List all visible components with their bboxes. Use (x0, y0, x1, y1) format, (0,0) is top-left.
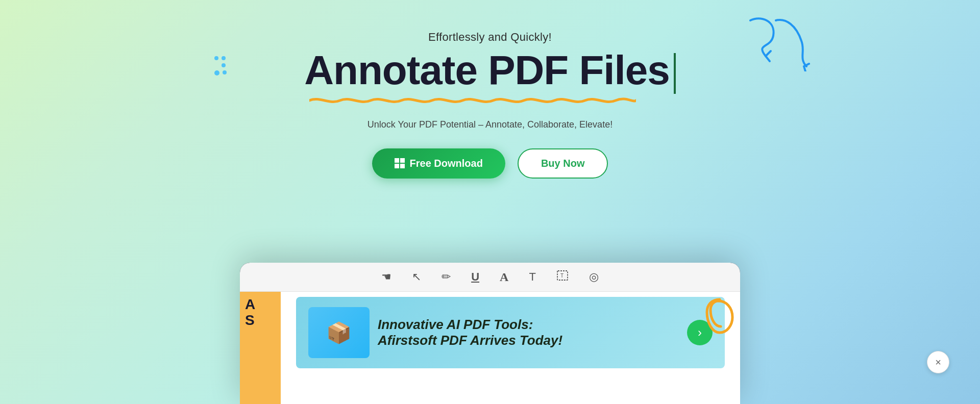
text-tool-icon[interactable]: T (529, 270, 535, 284)
banner-text: Innovative AI PDF Tools: Afirstsoft PDF … (378, 317, 562, 348)
cursor-tool-icon[interactable]: ↖ (412, 270, 421, 284)
title-wrapper: Annotate PDF Files (304, 48, 675, 105)
circle-tool-icon[interactable]: ◎ (589, 270, 599, 284)
arrow-decoration (740, 15, 812, 73)
banner-image: 📦 (308, 307, 370, 358)
sidebar-letter-s: S (245, 313, 276, 329)
banner-title-line1: Innovative AI PDF Tools: (378, 317, 533, 332)
svg-rect-1 (400, 158, 405, 163)
svg-rect-0 (395, 158, 399, 163)
sidebar-strip: A S (240, 292, 281, 404)
cursor-line (674, 53, 676, 94)
svg-rect-3 (400, 164, 405, 168)
underline-tool-icon[interactable]: U (471, 270, 479, 284)
paperclip-decoration (704, 297, 735, 340)
buy-now-button[interactable]: Buy Now (518, 148, 608, 179)
free-download-button[interactable]: Free Download (372, 148, 505, 179)
main-content: 📦 Innovative AI PDF Tools: Afirstsoft PD… (281, 292, 740, 404)
download-button-label: Free Download (410, 158, 483, 169)
description: Unlock Your PDF Potential – Annotate, Co… (368, 119, 612, 130)
app-window: ☚ ↖ ✏ U A T T ◎ A S 📦 (240, 263, 740, 404)
banner-title: Innovative AI PDF Tools: Afirstsoft PDF … (378, 317, 562, 348)
banner-ad: 📦 Innovative AI PDF Tools: Afirstsoft PD… (296, 297, 725, 368)
buy-button-label: Buy Now (541, 158, 585, 169)
sidebar-letter-a: A (245, 297, 276, 313)
close-button[interactable]: × (927, 351, 949, 373)
font-tool-icon[interactable]: A (500, 270, 508, 284)
buttons-row: Free Download Buy Now (372, 148, 608, 179)
windows-icon (395, 158, 405, 168)
main-title-text: Annotate PDF Files (304, 47, 669, 93)
subtitle: Effortlessly and Quickly! (428, 31, 552, 44)
dots-decoration (214, 56, 227, 75)
svg-text:T: T (560, 273, 564, 279)
close-icon: × (935, 357, 941, 368)
content-area: A S 📦 Innovative AI PDF Tools: Afirstsof… (240, 292, 740, 404)
main-title: Annotate PDF Files (304, 48, 675, 94)
banner-title-line2: Afirstsoft PDF Arrives Today! (378, 333, 562, 348)
pencil-tool-icon[interactable]: ✏ (442, 270, 451, 284)
hand-tool-icon[interactable]: ☚ (381, 270, 391, 284)
textbox-tool-icon[interactable]: T (556, 270, 569, 284)
hero-section: Effortlessly and Quickly! Annotate PDF F… (0, 0, 980, 204)
svg-rect-2 (395, 164, 399, 168)
toolbar: ☚ ↖ ✏ U A T T ◎ (240, 263, 740, 292)
